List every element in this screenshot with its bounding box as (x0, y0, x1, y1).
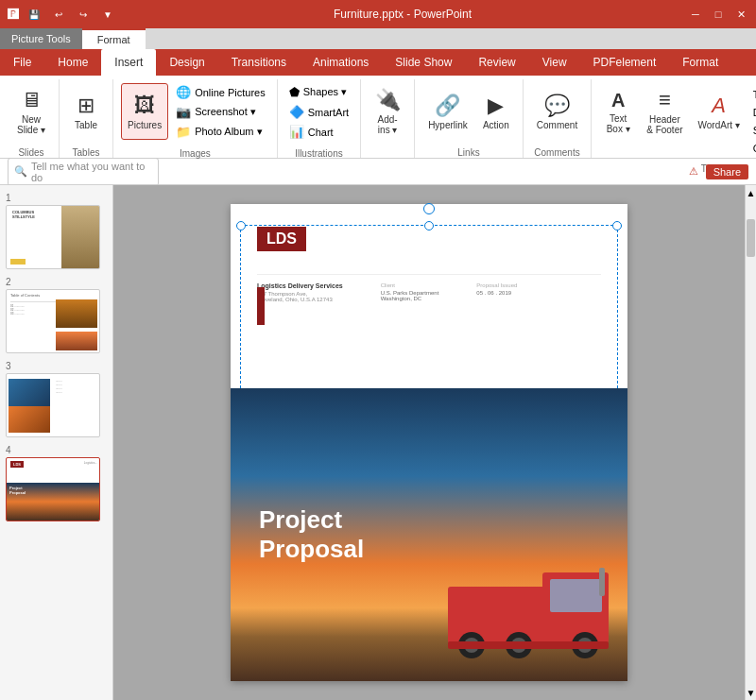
thumb4-image: ProjectProposal (7, 483, 99, 521)
illustrations-small-buttons: ⬟ Shapes ▾ 🔷 SmartArt 📊 Chart (285, 83, 352, 141)
wordart-button[interactable]: A WordArt ▾ (693, 83, 746, 140)
comments-group-label: Comments (531, 144, 583, 158)
slide-thumbnail-1[interactable]: 1 COLUMBUSSTILLSTYLE (6, 193, 107, 269)
comment-label: Comment (537, 120, 577, 130)
thumb1-chair-image (61, 206, 99, 269)
save-qat-button[interactable]: 💾 (25, 5, 43, 24)
comment-button[interactable]: 💬 Comment (531, 83, 583, 140)
thumb4-meta: Logistics... (84, 461, 97, 465)
tab-transitions[interactable]: Transitions (218, 49, 300, 76)
proposal-heading: Project Proposal (259, 505, 364, 564)
tab-animations[interactable]: Animations (300, 49, 382, 76)
action-icon: ▶ (488, 94, 504, 118)
screenshot-label: Screenshot ▾ (195, 106, 256, 118)
thumb3-text: ................................ (56, 379, 97, 394)
table-button[interactable]: ⊞ Table (67, 83, 105, 140)
tab-view[interactable]: View (529, 49, 580, 76)
table-label: Table (75, 120, 97, 130)
tab-slideshow[interactable]: Slide Show (382, 49, 465, 76)
chart-button[interactable]: 📊 Chart (285, 123, 352, 141)
table-icon: ⊞ (77, 94, 94, 118)
tab-file[interactable]: File (0, 49, 44, 76)
screenshot-button[interactable]: 📷 Screenshot ▾ (172, 103, 269, 121)
scroll-down-button[interactable]: ▼ (746, 685, 756, 700)
tab-home[interactable]: Home (44, 49, 101, 76)
company-name: Logistics Delivery Services (257, 282, 343, 289)
format-tab[interactable]: Format (82, 28, 146, 49)
new-slide-button[interactable]: 🖥 NewSlide ▾ (11, 83, 51, 140)
ribbon-group-slides: 🖥 NewSlide ▾ Slides (4, 79, 60, 158)
photo-album-icon: 📁 (176, 125, 191, 139)
window-title: Furniture.pptx - PowerPoint (334, 8, 472, 21)
title-bar: 🅿 💾 ↩ ↪ ▼ Furniture.pptx - PowerPoint ─ … (0, 0, 756, 28)
restore-button[interactable]: □ (711, 7, 726, 22)
textbox-button[interactable]: A TextBox ▾ (599, 83, 637, 140)
slide-thumb-content-4: LDS Logistics... ProjectProposal (6, 457, 100, 521)
proposal-label: Proposal Issued (476, 282, 517, 288)
customize-qat-button[interactable]: ▼ (98, 5, 117, 24)
warning-icon[interactable]: ⚠ (689, 165, 698, 178)
online-pictures-button[interactable]: 🌐 Online Pictures (172, 83, 269, 101)
slide-header: LDS Logistics Delivery Services 427 Thom… (231, 204, 627, 314)
header-footer-button[interactable]: ≡ Header& Footer (641, 83, 688, 140)
ribbon-group-tables: ⊞ Table Tables (60, 79, 113, 158)
screenshot-icon: 📷 (176, 105, 191, 119)
thumb2-image-2 (56, 332, 97, 350)
shapes-icon: ⬟ (289, 85, 300, 99)
ribbon-items-text: A TextBox ▾ ≡ Header& Footer A WordArt ▾… (599, 79, 756, 160)
tell-me-placeholder: Tell me what you want to do (31, 161, 152, 183)
slide-thumb-content-2: Table of Contents 01 .............02 ...… (6, 289, 100, 353)
search-icon: 🔍 (14, 165, 27, 178)
slides-panel: 1 COLUMBUSSTILLSTYLE 2 Table of Contents… (0, 185, 113, 700)
date-time-button[interactable]: Date & Time (749, 105, 756, 120)
pictures-button[interactable]: 🖼 Pictures (121, 83, 168, 140)
slide-number-button[interactable]: Slide Number (749, 123, 756, 138)
smartart-label: SmartArt (308, 107, 349, 118)
slide-meta: Logistics Delivery Services 427 Thompson… (257, 274, 601, 302)
scroll-thumb[interactable] (747, 219, 755, 257)
textbox-icon: A (611, 90, 625, 111)
text-button[interactable]: Text (749, 87, 756, 102)
header-footer-icon: ≡ (659, 88, 671, 112)
tab-format[interactable]: Format (669, 49, 731, 76)
ribbon: 🖥 NewSlide ▾ Slides ⊞ Table Tables 🖼 Pic… (0, 76, 756, 159)
thumb3-image-1 (9, 379, 50, 407)
slide-thumbnail-2[interactable]: 2 Table of Contents 01 .............02 .… (6, 277, 107, 353)
photo-album-button[interactable]: 📁 Photo Album ▾ (172, 123, 269, 141)
slide-number-1: 1 (6, 193, 107, 203)
vertical-scrollbar[interactable]: ▲ ▼ (745, 185, 756, 700)
action-button[interactable]: ▶ Action (477, 83, 515, 140)
minimize-button[interactable]: ─ (688, 7, 703, 22)
hyperlink-icon: 🔗 (435, 94, 460, 118)
hyperlink-button[interactable]: 🔗 Hyperlink (422, 83, 473, 140)
canvas-area: LDS Logistics Delivery Services 427 Thom… (113, 185, 745, 700)
tab-design[interactable]: Design (156, 49, 217, 76)
action-label: Action (483, 120, 509, 130)
close-button[interactable]: ✕ (733, 7, 748, 22)
shapes-button[interactable]: ⬟ Shapes ▾ (285, 83, 352, 101)
undo-qat-button[interactable]: ↩ (49, 5, 68, 24)
scroll-up-button[interactable]: ▲ (746, 185, 756, 200)
share-button[interactable]: Share (706, 164, 748, 179)
smartart-button[interactable]: 🔷 SmartArt (285, 103, 352, 121)
slide-thumbnail-3[interactable]: 3 ................................ (6, 361, 107, 437)
object-button[interactable]: Object (749, 141, 756, 156)
ribbon-group-text: A TextBox ▾ ≡ Header& Footer A WordArt ▾… (592, 79, 756, 158)
tell-me-search[interactable]: 🔍 Tell me what you want to do (8, 158, 159, 186)
online-pictures-label: Online Pictures (195, 87, 266, 98)
ribbon-items-comments: 💬 Comment (531, 79, 583, 144)
new-slide-label: NewSlide ▾ (17, 114, 45, 135)
tab-review[interactable]: Review (465, 49, 528, 76)
tab-pdfelement[interactable]: PDFelement (580, 49, 670, 76)
proposal-line-1: Project (259, 505, 342, 534)
tab-insert[interactable]: Insert (101, 49, 156, 76)
powerpoint-icon: 🅿 (8, 8, 19, 21)
slide-canvas[interactable]: LDS Logistics Delivery Services 427 Thom… (231, 204, 627, 681)
redo-qat-button[interactable]: ↪ (74, 5, 93, 24)
addins-button[interactable]: 🔌 Add-ins ▾ (369, 83, 406, 140)
addins-label: Add-ins ▾ (378, 114, 398, 135)
slide-image-area: Project Proposal (231, 388, 627, 681)
slide-thumbnail-4[interactable]: 4 LDS Logistics... ProjectProposal (6, 445, 107, 521)
ribbon-items-links: 🔗 Hyperlink ▶ Action (422, 79, 515, 144)
textbox-label: TextBox ▾ (607, 113, 630, 134)
